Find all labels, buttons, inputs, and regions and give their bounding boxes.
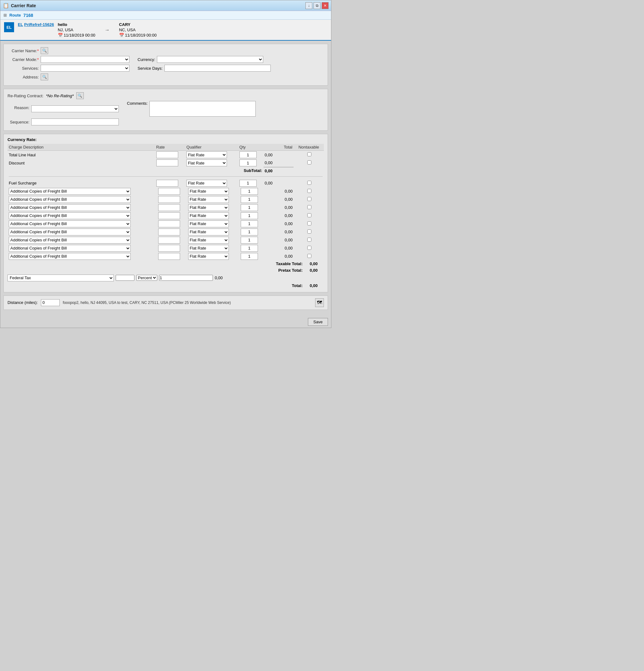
- qualifier-select[interactable]: Flat Rate: [186, 151, 227, 158]
- desc-select[interactable]: Additional Copies of Freight Bill: [9, 188, 131, 195]
- qualifier-select[interactable]: Flat Rate: [186, 180, 227, 187]
- qty-input[interactable]: [241, 245, 258, 252]
- restore-button[interactable]: ⧉: [314, 2, 320, 9]
- qty-input[interactable]: [239, 151, 257, 158]
- nontaxable-checkbox[interactable]: [307, 221, 311, 226]
- qualifier-cell: Flat Rate: [187, 244, 239, 252]
- col-total-header: Total: [264, 144, 294, 151]
- shipment-details: hello NJ, USA 📅 11/18/2019 00:00 → CARY …: [58, 22, 156, 38]
- qty-input[interactable]: [239, 160, 257, 166]
- nontaxable-checkbox[interactable]: [307, 246, 311, 250]
- nontaxable-checkbox[interactable]: [307, 152, 311, 156]
- nontaxable-checkbox[interactable]: [307, 229, 311, 233]
- qty-input[interactable]: [241, 196, 258, 203]
- save-button[interactable]: Save: [308, 318, 328, 326]
- comments-textarea[interactable]: [149, 101, 256, 117]
- tax-qualifier-select[interactable]: Percent: [136, 275, 157, 281]
- desc-select[interactable]: Additional Copies of Freight Bill: [9, 237, 131, 243]
- shipment-ref-id[interactable]: PriRefref-15626: [24, 22, 54, 27]
- table-row: Additional Copies of Freight Bill Flat R…: [8, 220, 324, 228]
- qty-input[interactable]: [241, 253, 258, 260]
- qty-input[interactable]: [241, 212, 258, 219]
- desc-select[interactable]: Additional Copies of Freight Bill: [9, 212, 131, 219]
- dest-region: NC, USA: [119, 27, 156, 32]
- tax-rate-input[interactable]: [116, 275, 135, 281]
- rate-input[interactable]: [158, 245, 180, 252]
- rate-input[interactable]: [158, 204, 180, 211]
- rate-input[interactable]: [158, 229, 180, 236]
- rate-input[interactable]: [158, 237, 180, 243]
- carrier-name-label: Carrier Name:*: [8, 49, 39, 53]
- qty-input[interactable]: [241, 237, 258, 243]
- sequence-input[interactable]: [31, 118, 119, 125]
- nontaxable-checkbox[interactable]: [307, 238, 311, 242]
- rerating-section: Re-Rating Contract: *No Re-Rating* 🔍 Rea…: [3, 89, 328, 131]
- rerating-search-button[interactable]: 🔍: [76, 92, 84, 99]
- close-button[interactable]: ✕: [322, 2, 329, 9]
- nontaxable-checkbox[interactable]: [307, 197, 311, 201]
- rate-cell: [157, 252, 187, 261]
- rate-input[interactable]: [158, 212, 180, 219]
- rate-input[interactable]: [156, 180, 178, 187]
- dest-col: CARY NC, USA 📅 11/18/2019 00:00: [119, 22, 156, 38]
- reason-select[interactable]: [31, 105, 119, 112]
- rate-cell: [155, 151, 185, 159]
- carrier-name-search-button[interactable]: 🔍: [41, 47, 48, 54]
- rate-input[interactable]: [158, 188, 180, 195]
- qualifier-select[interactable]: Flat Rate: [188, 212, 229, 219]
- total-cell: 0,00: [264, 244, 294, 252]
- total-cell: 0,00: [264, 220, 294, 228]
- nontax-cell: [294, 212, 324, 220]
- tax-qty-input[interactable]: [159, 275, 213, 281]
- qualifier-select[interactable]: Flat Rate: [188, 196, 229, 203]
- qty-input[interactable]: [241, 220, 258, 227]
- desc-select[interactable]: Additional Copies of Freight Bill: [9, 196, 131, 203]
- rate-input[interactable]: [158, 253, 180, 260]
- desc-select[interactable]: Additional Copies of Freight Bill: [9, 204, 131, 211]
- qualifier-select[interactable]: Flat Rate: [186, 160, 227, 166]
- total-cell: 0,00: [264, 228, 294, 236]
- qualifier-cell: Flat Rate: [187, 195, 239, 204]
- qty-input[interactable]: [241, 204, 258, 211]
- desc-select[interactable]: Additional Copies of Freight Bill: [9, 253, 131, 260]
- rate-input[interactable]: [158, 220, 180, 227]
- origin-date: 11/18/2019 00:00: [64, 33, 95, 38]
- rate-input[interactable]: [156, 151, 178, 158]
- currency-select[interactable]: [157, 56, 263, 63]
- rate-input[interactable]: [156, 160, 178, 166]
- desc-select[interactable]: Additional Copies of Freight Bill: [9, 245, 131, 252]
- nontaxable-checkbox[interactable]: [307, 161, 311, 164]
- desc-select[interactable]: Additional Copies of Freight Bill: [9, 220, 131, 227]
- desc-cell: Discount: [8, 159, 155, 167]
- nontaxable-checkbox[interactable]: [307, 181, 311, 185]
- tax-desc-select[interactable]: Federal Tax: [8, 275, 114, 281]
- qualifier-cell: Flat Rate: [187, 187, 239, 195]
- subtotal-row: SubTotal: 0,00: [8, 167, 324, 174]
- service-days-input[interactable]: [164, 65, 271, 72]
- qty-input[interactable]: [239, 180, 257, 187]
- nontaxable-checkbox[interactable]: [307, 213, 311, 217]
- nontaxable-checkbox[interactable]: [307, 254, 311, 258]
- nontaxable-checkbox[interactable]: [307, 189, 311, 193]
- qty-input[interactable]: [241, 188, 258, 195]
- qualifier-select[interactable]: Flat Rate: [188, 220, 229, 227]
- shipment-ref-label: EL: [18, 22, 23, 27]
- carrier-mode-select[interactable]: [41, 56, 129, 63]
- map-button[interactable]: 🗺: [315, 298, 324, 307]
- qualifier-select[interactable]: Flat Rate: [188, 253, 229, 260]
- minimize-button[interactable]: ↓: [305, 2, 312, 9]
- qualifier-select[interactable]: Flat Rate: [188, 188, 229, 195]
- qty-cell: [239, 236, 264, 244]
- qualifier-select[interactable]: Flat Rate: [188, 245, 229, 252]
- distance-input[interactable]: [41, 299, 60, 306]
- qualifier-select[interactable]: Flat Rate: [188, 229, 229, 236]
- qualifier-select[interactable]: Flat Rate: [188, 204, 229, 211]
- address-search-button[interactable]: 🔍: [41, 74, 48, 80]
- desc-select[interactable]: Additional Copies of Freight Bill: [9, 229, 131, 236]
- qty-cell: [239, 187, 264, 195]
- qualifier-select[interactable]: Flat Rate: [188, 237, 229, 243]
- services-select[interactable]: [41, 65, 129, 72]
- qty-input[interactable]: [241, 229, 258, 236]
- nontaxable-checkbox[interactable]: [307, 205, 311, 209]
- rate-input[interactable]: [158, 196, 180, 203]
